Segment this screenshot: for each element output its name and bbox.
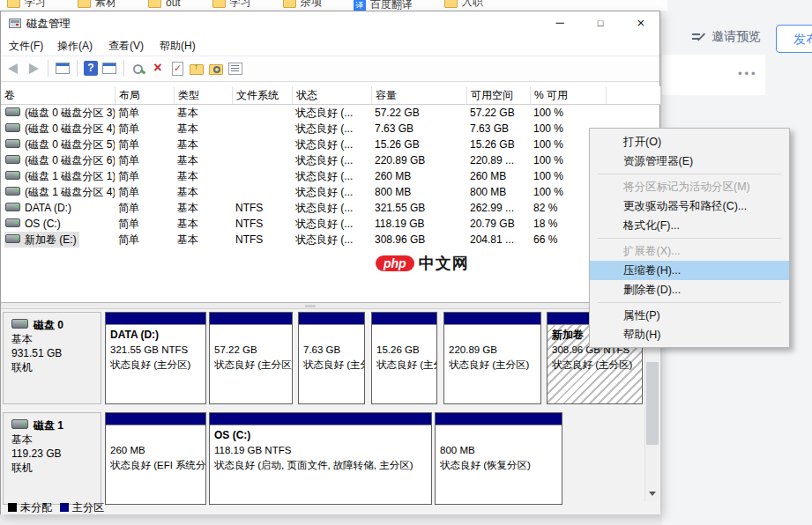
menu-file[interactable]: 文件(F) <box>9 39 43 54</box>
scroll-down-icon[interactable] <box>645 486 659 501</box>
menu-item: 扩展卷(X)... <box>590 241 789 261</box>
menu-item[interactable]: 格式化(F)... <box>590 216 789 235</box>
php-logo-badge: php <box>376 255 414 271</box>
table-row[interactable]: (磁盘 0 磁盘分区 5)简单基本状态良好 (...15.26 GB15.26 … <box>1 137 660 152</box>
disk-size: 119.23 GB <box>11 447 101 461</box>
cell-c6: 204.81 ... <box>466 232 530 248</box>
pane-splitter[interactable] <box>1 302 660 309</box>
properties-icon[interactable] <box>227 61 243 76</box>
disk-management-window: 磁盘管理 ─ □ × 文件(F) 操作(A) 查看(V) 帮助(H) 卷 布局 … <box>0 11 660 514</box>
menu-separator <box>598 302 781 303</box>
watermark: php 中文网 <box>376 253 469 274</box>
menu-item: 将分区标记为活动分区(M) <box>590 177 789 196</box>
menu-item[interactable]: 压缩卷(H)... <box>590 261 789 280</box>
menu-item[interactable]: 属性(P) <box>590 306 789 325</box>
volume-label-wrap: (磁盘 1 磁盘分区 1) <box>4 168 115 184</box>
scrollbar-thumb[interactable] <box>646 362 659 445</box>
table-row[interactable]: (磁盘 0 磁盘分区 4)简单基本状态良好 (...7.63 GB7.63 GB… <box>1 121 660 137</box>
cell-c1: 简单 <box>115 152 174 168</box>
context-menu: 打开(O)资源管理器(E)将分区标记为活动分区(M)更改驱动器号和路径(C)..… <box>589 128 790 348</box>
cell-c2: 基本 <box>174 184 232 200</box>
header-type[interactable]: 类型 <box>174 86 232 104</box>
publish-button[interactable]: 发布 <box>776 25 812 53</box>
partition-box[interactable]: 260 MB状态良好 (EFI 系统分区) <box>105 412 206 505</box>
title-bar[interactable]: 磁盘管理 ─ □ × <box>1 11 659 36</box>
menu-item[interactable]: 删除卷(D)... <box>590 280 789 299</box>
partition-title <box>110 428 205 443</box>
menu-item[interactable]: 资源管理器(E) <box>590 152 789 171</box>
cell-c7: 100 % <box>530 105 606 121</box>
header-volume[interactable]: 卷 <box>1 86 115 104</box>
back-icon[interactable] <box>6 61 22 76</box>
partition-box[interactable]: 7.63 GB状态良好 (主分区) <box>298 312 365 404</box>
partition-box[interactable]: DATA (D:)321.55 GB NTFS状态良好 (主分区) <box>105 312 206 404</box>
menu-item[interactable]: 打开(O) <box>590 132 789 152</box>
minimize-button[interactable]: ─ <box>540 11 580 36</box>
folder-icon <box>212 0 226 8</box>
forward-icon[interactable] <box>26 61 41 76</box>
partition-text: 15.26 GB状态良好 (主分区) <box>372 325 436 373</box>
table-row[interactable]: (磁盘 0 磁盘分区 3)简单基本状态良好 (...57.22 GB57.22 … <box>1 105 660 121</box>
table-row[interactable]: (磁盘 1 磁盘分区 1)简单基本状态良好 (...260 MB260 MB10… <box>1 168 660 184</box>
table-row[interactable]: OS (C:)简单基本NTFS状态良好 (...118.19 GB20.79 G… <box>1 216 660 232</box>
partition-box[interactable]: 220.89 GB状态良好 (主分区) <box>443 312 541 404</box>
partition-box[interactable]: 57.22 GB状态良好 (主分区) <box>209 312 293 404</box>
table-row[interactable]: 新加卷 (E:)简单基本NTFS状态良好 (...308.96 GB204.81… <box>1 232 660 248</box>
volume-label: (磁盘 0 磁盘分区 5) <box>25 138 115 151</box>
partition-box[interactable]: OS (C:)118.19 GB NTFS状态良好 (启动, 页面文件, 故障转… <box>209 412 432 505</box>
check-script-icon[interactable] <box>169 61 185 76</box>
cell-c4: 状态良好 (... <box>292 216 371 232</box>
folder-search-icon[interactable] <box>208 61 224 76</box>
console-tree-icon[interactable] <box>55 61 71 76</box>
menu-help[interactable]: 帮助(H) <box>160 39 196 54</box>
partition-size: 800 MB <box>440 443 562 458</box>
show-hide-icon[interactable] <box>101 61 117 76</box>
cell-c5: 800 MB <box>371 184 466 200</box>
header-pct-free[interactable]: % 可用 <box>530 86 606 104</box>
volume-label-wrap: OS (C:) <box>4 216 63 232</box>
menu-action[interactable]: 操作(A) <box>57 39 93 54</box>
wrench-icon[interactable] <box>130 61 146 76</box>
header-filesystem[interactable]: 文件系统 <box>232 86 292 104</box>
maximize-button[interactable]: □ <box>580 11 621 36</box>
menu-item[interactable]: 更改驱动器号和路径(C)... <box>590 196 789 216</box>
cell-c5: 220.89 GB <box>371 152 466 168</box>
bookmark-item[interactable]: 学习 <box>7 0 46 10</box>
bookmark-item[interactable]: out <box>148 0 181 9</box>
legend: 未分配主分区 <box>8 501 112 514</box>
folder-up-icon[interactable] <box>189 61 205 76</box>
partition-color-bar <box>106 313 205 325</box>
more-options-icon[interactable]: ••• <box>738 67 758 80</box>
partition-size: 118.19 GB NTFS <box>214 443 431 458</box>
menu-item[interactable]: 帮助(H) <box>590 325 789 344</box>
partition-title <box>440 428 562 443</box>
menu-bar: 文件(F) 操作(A) 查看(V) 帮助(H) <box>1 36 659 55</box>
bookmark-item[interactable]: 入职 <box>444 0 483 10</box>
partition-body: 800 MB状态良好 (恢复分区) <box>436 425 562 505</box>
table-row[interactable]: (磁盘 0 磁盘分区 6)简单基本状态良好 (...220.89 GB220.8… <box>1 152 660 168</box>
partition-box[interactable]: 15.26 GB状态良好 (主分区) <box>371 312 437 404</box>
volume-icon <box>5 123 20 132</box>
header-free-space[interactable]: 可用空间 <box>466 86 530 104</box>
header-status[interactable]: 状态 <box>292 86 371 104</box>
volume-label: (磁盘 0 磁盘分区 4) <box>25 122 115 135</box>
help-icon[interactable] <box>84 61 98 76</box>
header-layout[interactable]: 布局 <box>115 86 174 104</box>
invite-preview-button[interactable]: 邀请预览 <box>692 29 761 45</box>
partition-box[interactable]: 800 MB状态良好 (恢复分区) <box>435 412 562 505</box>
bookmark-item[interactable]: 杂项 <box>283 0 322 10</box>
partition-color-bar <box>444 313 540 325</box>
table-row[interactable]: (磁盘 1 磁盘分区 4)简单基本状态良好 (...800 MB800 MB10… <box>1 184 660 200</box>
disk-1-panel[interactable]: 磁盘 1 基本 119.23 GB 联机 <box>3 412 101 505</box>
volume-cell: DATA (D:) <box>1 200 115 216</box>
bookmark-item[interactable]: 素材 <box>78 0 116 10</box>
partition-text: 220.89 GB状态良好 (主分区) <box>444 325 540 373</box>
volume-label: DATA (D:) <box>25 202 71 214</box>
header-capacity[interactable]: 容量 <box>371 86 466 104</box>
close-button[interactable]: × <box>621 11 661 36</box>
menu-view[interactable]: 查看(V) <box>108 39 144 54</box>
disk-0-panel[interactable]: 磁盘 0 基本 931.51 GB 联机 <box>3 312 101 404</box>
delete-icon[interactable] <box>150 61 166 76</box>
table-row[interactable]: DATA (D:)简单基本NTFS状态良好 (...321.55 GB262.9… <box>1 200 660 216</box>
bookmark-item[interactable]: 学习 <box>212 0 251 10</box>
